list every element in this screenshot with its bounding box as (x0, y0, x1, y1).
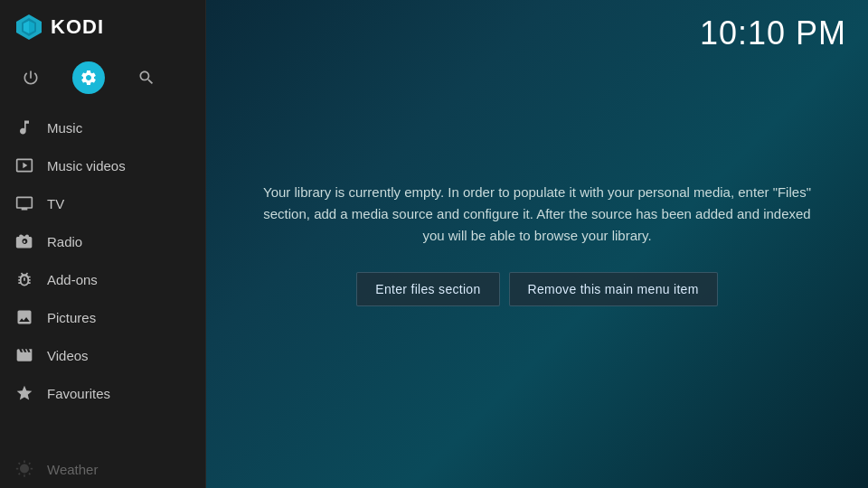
sidebar-item-music-videos[interactable]: Music videos (0, 146, 206, 184)
settings-icon (80, 69, 98, 87)
pictures-icon (14, 307, 34, 327)
library-info-text: Your library is currently empty. In orde… (260, 182, 814, 247)
sidebar-item-videos-label: Videos (47, 348, 89, 363)
sidebar-item-addons[interactable]: Add-ons (0, 260, 206, 298)
favourites-icon (14, 383, 34, 403)
clock-display: 10:10 PM (700, 14, 846, 52)
search-button[interactable] (130, 61, 163, 94)
action-buttons-group: Enter files section Remove this main men… (356, 272, 717, 306)
power-icon (22, 69, 40, 87)
remove-menu-item-button[interactable]: Remove this main menu item (509, 272, 718, 306)
sidebar-nav: Music Music videos TV Radio (0, 108, 206, 488)
sidebar-item-addons-label: Add-ons (47, 272, 98, 287)
sidebar-item-videos[interactable]: Videos (0, 336, 206, 374)
tv-icon (14, 193, 34, 213)
main-content: 10:10 PM Your library is currently empty… (206, 0, 868, 488)
music-icon (14, 117, 34, 137)
enter-files-button[interactable]: Enter files section (356, 272, 499, 306)
settings-button[interactable] (72, 61, 105, 94)
sidebar-item-radio-label: Radio (47, 234, 82, 249)
sidebar-header: KODI (0, 0, 206, 54)
app-title: KODI (51, 15, 104, 39)
sidebar: KODI Music (0, 0, 206, 488)
center-panel: Your library is currently empty. In orde… (206, 0, 868, 488)
sidebar-item-radio[interactable]: Radio (0, 222, 206, 260)
videos-icon (14, 345, 34, 365)
addons-icon (14, 269, 34, 289)
sidebar-item-pictures[interactable]: Pictures (0, 298, 206, 336)
sidebar-item-music-label: Music (47, 120, 82, 136)
sidebar-item-music[interactable]: Music (0, 108, 206, 146)
power-button[interactable] (14, 61, 47, 94)
search-icon (137, 69, 156, 87)
sidebar-item-tv[interactable]: TV (0, 184, 206, 222)
radio-icon (14, 231, 34, 251)
sidebar-item-pictures-label: Pictures (47, 310, 96, 325)
sidebar-item-weather[interactable]: Weather (0, 450, 206, 488)
sidebar-item-tv-label: TV (47, 196, 64, 211)
music-videos-icon (14, 155, 34, 175)
weather-icon (14, 459, 34, 479)
kodi-logo-icon (14, 13, 43, 42)
sidebar-item-favourites[interactable]: Favourites (0, 374, 206, 412)
sidebar-item-favourites-label: Favourites (47, 386, 110, 401)
sidebar-item-weather-label: Weather (47, 462, 98, 477)
sidebar-action-icons (0, 54, 206, 108)
sidebar-item-music-videos-label: Music videos (47, 158, 126, 174)
